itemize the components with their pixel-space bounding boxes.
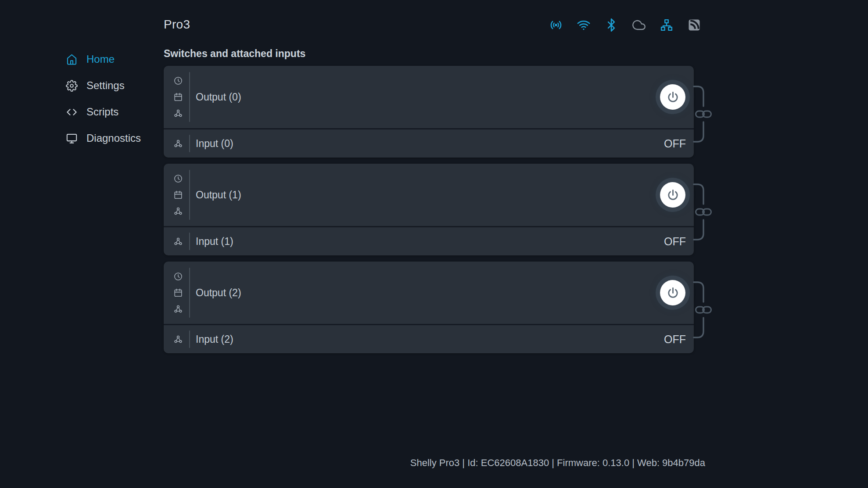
divider bbox=[189, 72, 190, 122]
sidebar: Home Settings Scripts Diagnostics bbox=[66, 51, 141, 146]
schedule-icon bbox=[173, 288, 183, 298]
mqtt-feed-icon bbox=[688, 18, 701, 32]
output-feature-icons bbox=[172, 76, 184, 118]
power-icon bbox=[666, 188, 680, 202]
webhook-icon bbox=[173, 108, 183, 118]
link-icon bbox=[696, 111, 704, 117]
link-icon bbox=[703, 209, 711, 215]
sidebar-label: Settings bbox=[86, 79, 125, 92]
output-row[interactable]: Output (2) bbox=[164, 262, 694, 324]
output-label: Output (2) bbox=[196, 287, 241, 299]
home-icon bbox=[66, 54, 78, 65]
schedule-icon bbox=[173, 190, 183, 200]
divider bbox=[189, 330, 190, 348]
input-state: OFF bbox=[664, 235, 686, 248]
output-row[interactable]: Output (0) bbox=[164, 66, 694, 128]
link-icon bbox=[703, 307, 711, 313]
switch-card-2: Output (2) Input (2) OFF bbox=[164, 262, 694, 353]
input-label: Input (2) bbox=[196, 334, 233, 345]
webhook-icon bbox=[172, 237, 184, 246]
input-row[interactable]: Input (1) OFF bbox=[164, 227, 694, 255]
section-title: Switches and attached inputs bbox=[164, 48, 694, 60]
output-row[interactable]: Output (1) bbox=[164, 164, 694, 226]
power-toggle-button[interactable] bbox=[660, 84, 685, 110]
output-feature-icons bbox=[172, 174, 184, 216]
input-state: OFF bbox=[664, 137, 686, 150]
access-point-icon bbox=[549, 18, 563, 32]
input-row[interactable]: Input (0) OFF bbox=[164, 129, 694, 158]
gear-icon bbox=[66, 80, 78, 92]
switch-card-0: Output (0) Input (0) OFF bbox=[164, 66, 694, 158]
monitor-icon bbox=[66, 133, 78, 144]
input-label: Input (0) bbox=[196, 138, 233, 150]
input-state: OFF bbox=[664, 333, 686, 346]
bluetooth-icon bbox=[605, 18, 618, 32]
timer-icon bbox=[173, 272, 183, 281]
ethernet-icon bbox=[660, 18, 673, 32]
timer-icon bbox=[173, 174, 183, 183]
switch-card-1: Output (1) Input (1) OFF bbox=[164, 164, 694, 255]
io-link-bracket bbox=[694, 83, 716, 145]
sidebar-item-diagnostics[interactable]: Diagnostics bbox=[66, 130, 141, 146]
status-icon-row bbox=[549, 18, 701, 32]
device-info-footer: Shelly Pro3 | Id: EC62608A1830 | Firmwar… bbox=[410, 457, 705, 469]
timer-icon bbox=[173, 76, 183, 86]
sidebar-label: Scripts bbox=[86, 106, 118, 118]
sidebar-label: Diagnostics bbox=[86, 132, 141, 144]
cloud-icon bbox=[632, 18, 646, 32]
power-toggle-button[interactable] bbox=[660, 280, 685, 305]
webhook-icon bbox=[172, 139, 184, 148]
output-label: Output (1) bbox=[196, 189, 241, 201]
sidebar-item-settings[interactable]: Settings bbox=[66, 78, 141, 93]
link-icon bbox=[703, 111, 711, 117]
wifi-icon bbox=[577, 18, 590, 32]
divider bbox=[189, 233, 190, 250]
webhook-icon bbox=[173, 206, 183, 216]
divider bbox=[189, 268, 190, 318]
sidebar-label: Home bbox=[86, 53, 115, 65]
schedule-icon bbox=[173, 92, 183, 102]
output-label: Output (0) bbox=[196, 91, 241, 103]
output-feature-icons bbox=[172, 272, 184, 314]
io-link-bracket bbox=[694, 181, 716, 243]
input-label: Input (1) bbox=[196, 236, 233, 248]
main-content: Switches and attached inputs Output (0) … bbox=[164, 48, 694, 359]
divider bbox=[189, 135, 190, 152]
webhook-icon bbox=[172, 334, 184, 344]
divider bbox=[189, 170, 190, 220]
power-icon bbox=[666, 286, 680, 300]
page-title: Pro3 bbox=[164, 18, 190, 32]
link-icon bbox=[696, 209, 704, 215]
power-toggle-button[interactable] bbox=[660, 182, 685, 208]
webhook-icon bbox=[173, 304, 183, 314]
io-link-bracket bbox=[694, 279, 716, 341]
input-row[interactable]: Input (2) OFF bbox=[164, 325, 694, 353]
power-icon bbox=[666, 90, 680, 104]
sidebar-item-home[interactable]: Home bbox=[66, 51, 141, 67]
link-icon bbox=[696, 307, 704, 313]
code-icon bbox=[66, 106, 78, 118]
sidebar-item-scripts[interactable]: Scripts bbox=[66, 104, 141, 120]
